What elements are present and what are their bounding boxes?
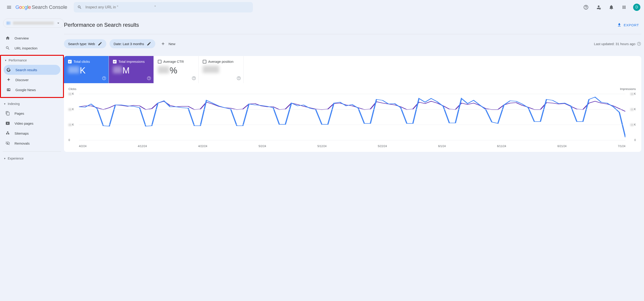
nav-label: Discover [16,78,28,82]
edit-icon [98,41,102,46]
x-tick: 4/12/24 [138,145,147,148]
nav-label: Video pages [14,121,33,125]
export-button[interactable]: EXPORT [615,21,641,29]
performance-card: Total clicks K Total impressions M Avera… [64,56,641,152]
chip-date[interactable]: Date: Last 3 months [110,39,155,48]
url-inspect-input[interactable] [86,5,249,9]
nav-section-experience[interactable]: ▼ Experience [3,154,61,163]
chevron-down-icon: ▼ [4,59,7,62]
chart: Clicks Impressions KKKKKK00 4/2/244/12/2… [64,83,641,152]
metric-label: Total impressions [118,60,145,63]
metric-unit: % [170,66,177,75]
metric-value-redacted [113,66,122,73]
chip-label: Search type: Web [68,42,95,46]
nav-section-performance[interactable]: ▼ Performance [4,56,60,65]
bell-icon [609,4,614,10]
property-label [13,21,54,25]
news-icon [6,87,11,92]
help-icon[interactable] [102,76,106,81]
metric-value-redacted [203,66,219,73]
nav-overview[interactable]: Overview [3,33,61,43]
header-actions: D [580,2,640,13]
left-y-tick: K [68,108,74,111]
apps-button[interactable] [618,2,630,13]
nav-sitemaps[interactable]: Sitemaps [3,128,61,138]
app-header: Google Search Console D [0,0,644,14]
checkbox-icon [158,60,162,63]
notifications-button[interactable] [606,2,617,13]
metric-tabs: Total clicks K Total impressions M Avera… [64,56,641,83]
add-filter-label: New [168,42,175,46]
home-icon [6,36,10,40]
sidebar: Overview URL inspection ▼ Performance Se… [0,14,64,163]
users-button[interactable] [593,2,604,13]
google-g-icon [6,67,11,72]
x-tick: 5/2/24 [258,145,266,148]
metric-label: Total clicks [74,60,90,63]
right-y-tick: K [630,92,636,95]
nav-pages[interactable]: Pages [3,108,61,118]
metric-unit: K [80,66,86,75]
checkbox-checked-icon [113,60,116,63]
menu-icon [6,4,12,10]
nav-section-label: Performance [8,58,27,62]
page-title: Performance on Search results [64,22,139,28]
search-icon [77,5,82,9]
right-y-tick: K [630,108,636,111]
metric-value-redacted [158,66,169,73]
nav-label: URL inspection [14,46,38,50]
metric-total-impressions[interactable]: Total impressions M [109,56,154,83]
chevron-down-icon: ▼ [4,103,6,105]
metric-average-ctr[interactable]: Average CTR % [154,56,199,83]
nav-google-news[interactable]: Google News [4,85,60,95]
add-filter-button[interactable]: New [158,39,178,48]
chart-svg[interactable] [79,92,626,142]
chevron-down-icon: ▼ [4,157,6,160]
x-tick: 6/11/24 [497,145,506,148]
video-icon [6,121,10,126]
visibility-off-icon [6,141,10,146]
chip-label: Date: Last 3 months [114,42,144,46]
x-tick: 4/2/24 [79,145,86,148]
account-avatar[interactable]: D [633,4,640,11]
x-tick: 7/1/24 [618,145,626,148]
help-icon[interactable] [192,76,196,81]
help-icon[interactable] [147,76,151,81]
metric-unit: M [122,66,130,75]
main-content: Performance on Search results EXPORT Sea… [64,14,644,163]
metric-average-position[interactable]: Average position [199,56,244,83]
export-label: EXPORT [624,23,639,27]
pages-icon [6,111,10,116]
nav-removals[interactable]: Removals [3,138,61,148]
metric-label: Average position [208,60,233,63]
nav-section-label: Experience [8,157,24,160]
chip-search-type[interactable]: Search type: Web [64,39,106,48]
property-favicon [6,21,11,25]
user-settings-icon [596,4,601,10]
menu-button[interactable] [4,2,14,13]
annotation-highlight: ▼ Performance Search results Discover Go… [0,55,64,98]
x-axis: 4/2/244/12/244/22/245/2/245/12/245/22/24… [68,142,636,148]
nav-video-pages[interactable]: Video pages [3,118,61,128]
metric-total-clicks[interactable]: Total clicks K [64,56,109,83]
logo-product: Search Console [32,4,67,10]
last-updated: Last updated: 31 hours ago [594,41,641,46]
url-inspect-bar[interactable] [74,2,253,12]
edit-icon [147,41,151,46]
nav-label: Google News [16,88,36,92]
nav-section-indexing[interactable]: ▼ Indexing [3,99,61,108]
left-axis-title: Clicks [68,87,76,91]
metric-value-redacted [68,66,79,73]
nav-url-inspection[interactable]: URL inspection [3,43,61,53]
logo[interactable]: Google Search Console [16,4,67,10]
help-icon[interactable] [236,76,241,81]
x-tick: 4/22/24 [198,145,207,148]
nav-label: Removals [14,141,30,145]
property-selector[interactable] [3,18,64,28]
nav-search-results[interactable]: Search results [4,65,60,75]
nav-label: Overview [14,36,29,40]
nav-discover[interactable]: Discover [4,75,60,85]
x-tick: 5/22/24 [378,145,387,148]
help-button[interactable] [580,2,592,13]
chevron-down-icon [56,21,60,25]
